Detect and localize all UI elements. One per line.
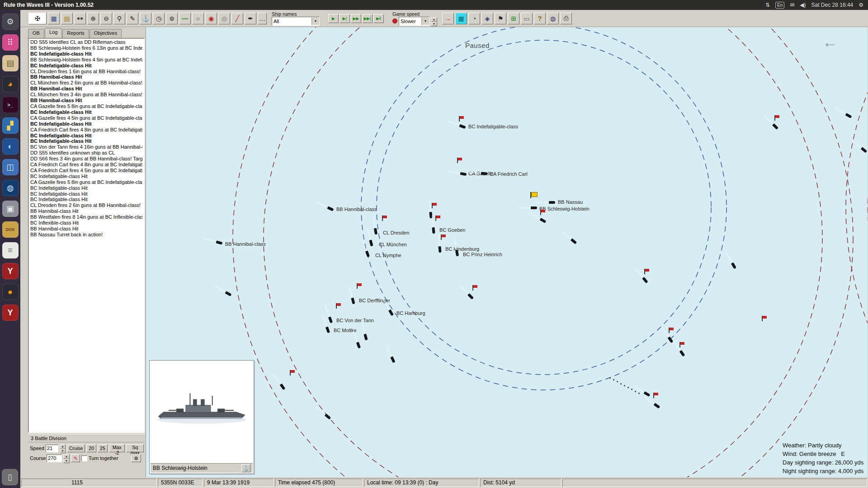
spinner-up-icon[interactable]: ▲	[60, 444, 66, 449]
dock-item-firefox-2[interactable]: ●	[2, 284, 19, 300]
dock-item-dosbox[interactable]: DOS	[2, 221, 19, 238]
play-pause-end-button[interactable]: ▶‖	[373, 14, 384, 23]
magnifier-button[interactable]: ⚲	[113, 13, 125, 24]
ship-hull	[438, 246, 441, 253]
signal-flag-button[interactable]: ⚑	[495, 13, 506, 24]
anchor-icon[interactable]: ⚓	[241, 464, 250, 472]
dock-item-text-editor[interactable]: ≡	[2, 242, 19, 258]
speed-cruise-button[interactable]: Cruise	[67, 444, 85, 452]
keyboard-swap-icon[interactable]: ⇅	[765, 2, 770, 8]
dock-item-files[interactable]: ▤	[2, 55, 19, 71]
spinner-down-icon[interactable]: ▼	[431, 22, 437, 26]
dock-item-package-manager[interactable]: ▣	[2, 201, 19, 217]
plot-markers-button[interactable]: ⊞	[508, 13, 519, 24]
dock-item-password-safe[interactable]: ◍	[2, 180, 19, 196]
speed-max-2-button[interactable]: Max -2	[109, 444, 125, 452]
pen-button[interactable]: ✒	[245, 13, 256, 24]
print-button[interactable]: ⎙	[560, 13, 572, 24]
circle-gray-button[interactable]: ◎	[218, 13, 230, 24]
pencil-button[interactable]: ✎	[127, 13, 138, 24]
wake	[361, 323, 365, 334]
plot-course-button[interactable]: ✎	[71, 454, 80, 462]
flag-cloth	[645, 269, 649, 272]
layers-button[interactable]: ◈	[481, 13, 493, 24]
play-fast-button[interactable]: ▶▶	[351, 14, 361, 23]
german-ensign-button[interactable]: ✠	[28, 13, 47, 24]
spinner-down-icon[interactable]: ▼	[60, 449, 66, 453]
wine-icon: Y	[7, 267, 13, 275]
window-tool-button[interactable]: ▭	[521, 13, 533, 24]
binoculars-button[interactable]: ◉◉	[74, 13, 86, 24]
clock-button[interactable]: ◷	[153, 13, 165, 24]
dock-item-trash[interactable]: ▯	[2, 469, 18, 485]
dock-item-media-player[interactable]: ◐	[2, 138, 19, 155]
dots-button[interactable]: …	[258, 13, 267, 24]
circle-white-button[interactable]: ○	[192, 13, 204, 24]
help-button[interactable]: ?	[534, 13, 546, 24]
wake	[274, 374, 281, 384]
turn-together-checkbox[interactable]	[81, 455, 87, 461]
speed-25-button[interactable]: 25	[98, 444, 108, 452]
dock-item-wine[interactable]: Y	[2, 263, 19, 279]
dock-item-firefox[interactable]: ◕	[2, 76, 19, 92]
compass-button[interactable]: ⊚	[166, 13, 178, 24]
circle-red-button[interactable]: ◉	[205, 13, 217, 24]
range-minus-button[interactable]: —	[179, 13, 191, 24]
dosbox-icon: DOS	[6, 225, 15, 234]
dock-item-terminal[interactable]: >_	[2, 97, 19, 113]
play-step-button[interactable]: ▶|	[340, 14, 350, 23]
tab-ob[interactable]: OB	[28, 29, 44, 38]
division-settings-button[interactable]: ⚙	[131, 454, 141, 462]
zoom-out-button[interactable]: ⊖	[100, 13, 112, 24]
speed-sq-max-button[interactable]: Sq max	[126, 444, 144, 452]
log-notes-button[interactable]: ▤	[61, 13, 73, 24]
tab-reports[interactable]: Reports	[62, 29, 89, 38]
tab-objectives[interactable]: Objectives	[90, 29, 122, 38]
log-entry: BC Inflexible-class Hit	[30, 220, 142, 226]
ship-names-select[interactable]: All ▼	[272, 17, 320, 26]
wake	[362, 240, 367, 251]
dropdown-arrow-icon[interactable]: ▼	[421, 18, 429, 25]
flag-cloth	[763, 316, 767, 319]
mail-icon[interactable]: ✉	[790, 2, 794, 8]
speed-20-button[interactable]: 20	[86, 444, 96, 452]
play-faster-button[interactable]: ▶▶|	[362, 14, 373, 23]
dock-item-playonlinux[interactable]: ▞	[2, 117, 19, 134]
screenshot-button[interactable]: ◍	[547, 13, 559, 24]
save-button[interactable]: ▦	[48, 13, 60, 24]
ruler-red-button[interactable]: ╱	[231, 13, 243, 24]
spinner-up-icon[interactable]: ▲	[63, 454, 70, 459]
dock-item-app-grid[interactable]: ⠿	[2, 34, 19, 51]
advance-red-arrow-button[interactable]: →	[442, 13, 454, 24]
tab-log[interactable]: Log	[45, 28, 62, 38]
course-spinner[interactable]: ▲ ▼	[63, 454, 70, 462]
status-cell-3: Time elapsed 475 (800)	[275, 479, 363, 487]
game-speed-select[interactable]: Slower ▼	[399, 17, 429, 26]
speed-spinner[interactable]: ▲ ▼	[60, 444, 66, 452]
dropdown-arrow-icon[interactable]: ▼	[311, 18, 319, 25]
zoom-in-button[interactable]: ⊕	[87, 13, 99, 24]
course-input[interactable]: 270	[47, 455, 62, 462]
dock-item-virtualbox[interactable]: ◫	[2, 159, 19, 175]
log-entry: BC Indefatigable-class Hit	[30, 174, 142, 179]
volume-icon[interactable]: ◀)	[800, 2, 806, 8]
ship-label: BC Indefatigable-class	[468, 124, 518, 129]
game-speed-spinner[interactable]: ▲ ▼	[431, 17, 437, 25]
flag-cloth	[670, 328, 674, 330]
wake	[726, 253, 733, 263]
flag-cloth	[383, 216, 387, 218]
wake	[835, 108, 846, 115]
stopwatch-button[interactable]: ◔	[468, 13, 480, 24]
spinner-up-icon[interactable]: ▲	[431, 17, 437, 22]
log-entry: BC Indefatigable-class Hit	[30, 138, 142, 144]
anchor-button[interactable]: ⚓	[140, 13, 151, 24]
dock-item-wine-2[interactable]: Y	[2, 305, 19, 321]
session-menu-icon[interactable]: ⚙	[859, 2, 863, 8]
dock-item-settings[interactable]: ⚙	[2, 14, 19, 30]
spinner-down-icon[interactable]: ▼	[63, 459, 70, 463]
language-indicator[interactable]: En	[775, 2, 784, 9]
speed-input[interactable]: 21	[46, 445, 58, 452]
play-button[interactable]: ▶	[328, 14, 339, 23]
minimap-button[interactable]: ▦	[455, 13, 467, 24]
system-clock[interactable]: Sat Dec 28 16:44	[811, 2, 854, 8]
